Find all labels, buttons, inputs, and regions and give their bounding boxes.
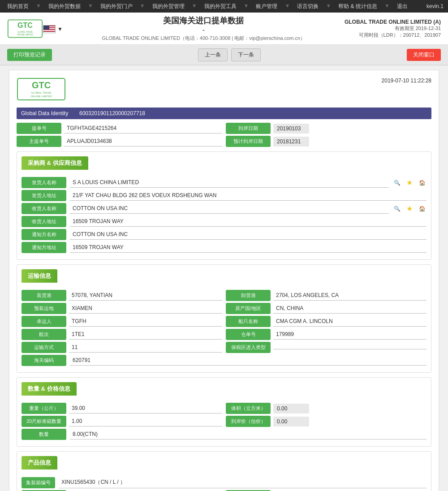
sender-name-row: 发货人名称 S A LOUIS CHINA LIMITED 🔍 ★ 🏠 — [22, 177, 426, 188]
receiver-name-value: COTTON ON USA INC — [70, 203, 389, 214]
weight-row: 重量（公斤） 39.00 体积（立方米） 0.00 — [22, 403, 426, 414]
volume-col: 体积（立方米） 0.00 — [226, 403, 426, 414]
port-row: 装货港 57078, YANTIAN 卸货港 2704, LOS ANGELES… — [22, 290, 426, 301]
language-selector[interactable]: ▼ — [43, 25, 63, 33]
container-row: 20尺标准箱数量 1.00 到岸价（估价） 0.00 — [22, 416, 426, 427]
warehouse-col: 仓单号 179989 — [226, 329, 426, 340]
quantity-section-title: 数量 & 价格信息 — [22, 382, 77, 396]
home-icon[interactable]: 🏠 — [418, 178, 426, 187]
container-col: 20尺标准箱数量 1.00 — [22, 416, 222, 427]
notify-name-value: COTTON ON USA INC — [70, 229, 426, 240]
star-icon-2[interactable]: ★ — [405, 204, 414, 213]
zhudan-row: 主提单号 APLUAJD0134638 预计到岸日期 20181231 — [17, 136, 431, 147]
nav-tools[interactable]: 我的外贸工具 — [202, 3, 239, 10]
warehouse-value: 179989 — [273, 329, 426, 340]
weight-label: 重量（公斤） — [22, 403, 66, 414]
print-button[interactable]: 打印预览记录 — [7, 49, 52, 61]
search-icon[interactable]: 🔍 — [392, 178, 401, 187]
notify-addr-row: 通知方地址 16509 TROJAN WAY — [22, 242, 426, 253]
nav-manage[interactable]: 我的外贸管理 — [150, 3, 187, 10]
logo: GTC GLOBAL TRADE ONLINE LIMITED — [7, 17, 43, 40]
qty-row: 数量 8.00(CTN) — [22, 429, 426, 440]
notify-name-row: 通知方名称 COTTON ON USA INC — [22, 229, 426, 240]
transport-section: 运输信息 装货港 57078, YANTIAN 卸货港 2704, LOS AN… — [17, 264, 431, 373]
voyage-value: 1TE1 — [69, 329, 222, 340]
header-right: GLOBAL TRADE ONLINE LIMITED (A) 有效期至 201… — [345, 19, 441, 39]
nav-lang[interactable]: 语言切换 — [294, 3, 321, 10]
nav-portal[interactable]: 我的外贸门户 — [98, 3, 135, 10]
bonded-value — [273, 345, 426, 349]
star-icon[interactable]: ★ — [405, 178, 414, 187]
loading-port-col: 装货港 57078, YANTIAN — [22, 290, 222, 301]
sub-title: GLOBAL TRADE ONLINE LIMITED（电话：400-710-3… — [63, 35, 345, 42]
ship-value: CMA CGM A. LINCOLN — [273, 316, 426, 327]
volume-value: 0.00 — [273, 404, 309, 413]
nav-account[interactable]: 账户管理 — [253, 3, 280, 10]
bonded-col: 保税区进入类型 — [226, 342, 426, 353]
container-num-row: 集装箱编号 XINU1565430（CN / L / ） — [22, 477, 426, 488]
container-num-value: XINU1565430（CN / L / ） — [59, 477, 426, 488]
sender-addr-row: 发货人地址 21/F YAT CHAU BLDG 262 DES VOEUX R… — [22, 190, 426, 201]
svg-text:GTC: GTC — [17, 22, 33, 29]
svg-text:GTC: GTC — [32, 80, 51, 90]
home-icon-2[interactable]: 🏠 — [418, 204, 426, 213]
carrier-row: 承运人 TGFH 船只名称 CMA CGM A. LINCOLN — [22, 316, 426, 327]
buyer-section: 采购商 & 供应商信息 发货人名称 S A LOUIS CHINA LIMITE… — [17, 151, 431, 260]
notify-addr-value: 16509 TROJAN WAY — [70, 242, 426, 253]
nav-help[interactable]: 帮助 & 统计信息 — [336, 3, 380, 10]
tidan-value: TGFHTAGE4215264 — [64, 123, 222, 134]
valid-to: 有效期至 2019-12-31 — [345, 25, 441, 32]
svg-text:ONLINE LIMITED: ONLINE LIMITED — [17, 34, 33, 36]
main-title: 美国海关进口提单数据 — [63, 15, 345, 26]
header-title-area: 美国海关进口提单数据 - GLOBAL TRADE ONLINE LIMITED… — [63, 15, 345, 42]
unloading-port-col: 卸货港 2704, LOS ANGELES, CA — [226, 290, 426, 301]
tidan-label: 提单号 — [17, 123, 61, 134]
user-label: kevin.1 — [426, 3, 444, 9]
sender-addr-value: 21/F YAT CHAU BLDG 262 DES VOEUX RDSHEUN… — [70, 190, 426, 201]
nav-home[interactable]: 我的首页 — [4, 3, 31, 10]
next-button[interactable]: 下一条 — [231, 48, 261, 61]
product-section: 产品信息 集装箱编号 XINU1565430（CN / L / ） 集装箱尺寸 … — [17, 451, 431, 491]
receiver-addr-value: 16509 TROJAN WAY — [70, 216, 426, 227]
doc-logo: GTC GLOBAL TRADE ONLINE LIMITED — [17, 78, 66, 102]
carrier-col: 承运人 TGFH — [22, 316, 222, 327]
zhudan-label: 主提单号 — [17, 136, 61, 147]
weight-col: 重量（公斤） 39.00 — [22, 403, 222, 414]
loading-port-label: 装货港 — [22, 290, 66, 301]
product-section-header: 产品信息 — [22, 456, 426, 473]
jihua-value: 20181231 — [273, 137, 309, 146]
company-name: GLOBAL TRADE ONLINE LIMITED (A) — [345, 19, 441, 25]
transport-section-title: 运输信息 — [22, 269, 57, 283]
prev-button[interactable]: 上一条 — [198, 48, 228, 61]
product-section-title: 产品信息 — [22, 456, 57, 469]
nav-logout[interactable]: 退出 — [394, 3, 410, 10]
qty-label: 数量 — [22, 429, 66, 440]
bonded-label: 保税区进入类型 — [226, 342, 271, 353]
top-nav: 我的首页 ▼ 我的外贸数据 ▼ 我的外贸门户 ▼ 我的外贸管理 ▼ 我的外贸工具… — [0, 0, 448, 13]
landing-price-value: 0.00 — [273, 417, 309, 426]
nav-data[interactable]: 我的外贸数据 — [46, 3, 83, 10]
quantity-section-header: 数量 & 价格信息 — [22, 382, 426, 399]
transport-mode-label: 运输方式 — [22, 342, 66, 353]
tidan-col: 提单号 TGFHTAGE4215264 — [17, 123, 222, 134]
carrier-label: 承运人 — [22, 316, 66, 327]
close-button[interactable]: 关闭窗口 — [407, 49, 441, 61]
container-num-label: 集装箱编号 — [22, 477, 55, 488]
weight-value: 39.00 — [69, 403, 222, 413]
toolbar-left: 打印预览记录 — [7, 49, 52, 61]
origin-label: 原产国/地区 — [226, 303, 271, 314]
transport-mode-row: 运输方式 11 保税区进入类型 — [22, 342, 426, 353]
carrier-value: TGFH — [69, 316, 222, 327]
voyage-label: 航次 — [22, 329, 66, 340]
search-icon-2[interactable]: 🔍 — [392, 204, 401, 213]
buyer-section-header: 采购商 & 供应商信息 — [22, 156, 426, 173]
notify-addr-label: 通知方地址 — [22, 242, 66, 253]
document-card: GTC GLOBAL TRADE ONLINE LIMITED 2019-07-… — [9, 70, 439, 491]
doc-header: GTC GLOBAL TRADE ONLINE LIMITED 2019-07-… — [17, 78, 431, 102]
voyage-row: 航次 1TE1 仓单号 179989 — [22, 329, 426, 340]
preload-value: XIAMEN — [69, 303, 222, 314]
toolbar: 打印预览记录 上一条 下一条 关闭窗口 — [0, 45, 448, 65]
origin-col: 原产国/地区 CN, CHINA — [226, 303, 426, 314]
landing-price-col: 到岸价（估价） 0.00 — [226, 416, 426, 427]
sender-name-label: 发货人名称 — [22, 177, 66, 188]
